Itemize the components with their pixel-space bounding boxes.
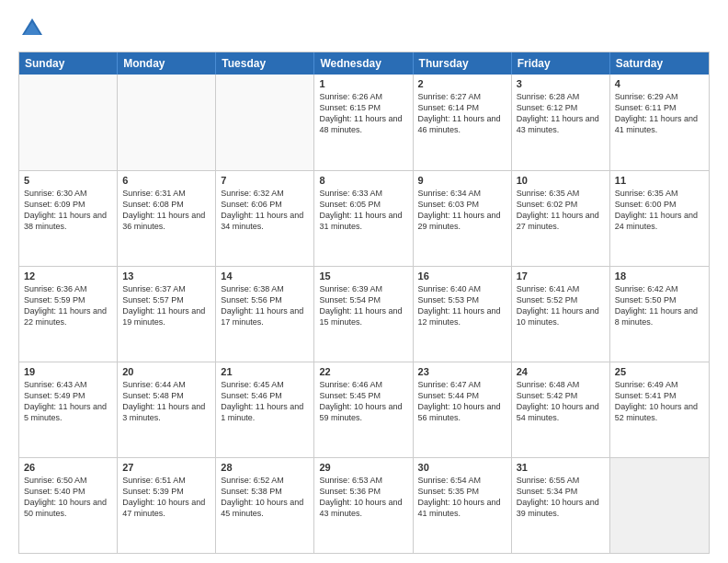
day-cell-6: 6Sunrise: 6:31 AM Sunset: 6:08 PM Daylig… (118, 171, 216, 266)
day-number: 10 (517, 175, 605, 186)
day-info: Sunrise: 6:40 AM Sunset: 5:53 PM Dayligh… (418, 283, 506, 328)
day-cell-23: 23Sunrise: 6:47 AM Sunset: 5:44 PM Dayli… (414, 362, 512, 457)
calendar: SundayMondayTuesdayWednesdayThursdayFrid… (18, 52, 710, 554)
day-cell-4: 4Sunrise: 6:29 AM Sunset: 6:11 PM Daylig… (610, 75, 709, 170)
day-cell-3: 3Sunrise: 6:28 AM Sunset: 6:12 PM Daylig… (512, 75, 610, 170)
day-info: Sunrise: 6:26 AM Sunset: 6:15 PM Dayligh… (319, 91, 407, 136)
day-number: 4 (615, 78, 704, 89)
day-number: 28 (221, 462, 309, 473)
day-cell-21: 21Sunrise: 6:45 AM Sunset: 5:46 PM Dayli… (216, 362, 314, 457)
day-cell-28: 28Sunrise: 6:52 AM Sunset: 5:38 PM Dayli… (216, 458, 314, 553)
day-number: 15 (319, 270, 407, 282)
day-info: Sunrise: 6:33 AM Sunset: 6:05 PM Dayligh… (319, 188, 407, 233)
day-cell-30: 30Sunrise: 6:54 AM Sunset: 5:35 PM Dayli… (414, 458, 512, 553)
logo (18, 15, 50, 42)
week-row-2: 5Sunrise: 6:30 AM Sunset: 6:09 PM Daylig… (19, 170, 709, 266)
day-number: 27 (122, 462, 210, 473)
day-number: 26 (24, 462, 112, 473)
day-number: 6 (122, 175, 210, 186)
day-cell-8: 8Sunrise: 6:33 AM Sunset: 6:05 PM Daylig… (314, 171, 413, 266)
day-info: Sunrise: 6:32 AM Sunset: 6:06 PM Dayligh… (221, 188, 309, 233)
day-number: 12 (24, 270, 112, 282)
day-number: 17 (517, 270, 605, 282)
day-cell-1: 1Sunrise: 6:26 AM Sunset: 6:15 PM Daylig… (314, 75, 413, 170)
day-cell-24: 24Sunrise: 6:48 AM Sunset: 5:42 PM Dayli… (512, 362, 610, 457)
day-info: Sunrise: 6:44 AM Sunset: 5:48 PM Dayligh… (122, 379, 210, 424)
day-info: Sunrise: 6:29 AM Sunset: 6:11 PM Dayligh… (615, 91, 704, 136)
day-info: Sunrise: 6:36 AM Sunset: 5:59 PM Dayligh… (24, 283, 112, 328)
empty-cell (610, 458, 709, 553)
day-info: Sunrise: 6:27 AM Sunset: 6:14 PM Dayligh… (418, 91, 506, 136)
day-cell-15: 15Sunrise: 6:39 AM Sunset: 5:54 PM Dayli… (314, 267, 413, 362)
logo-icon (18, 15, 46, 42)
day-info: Sunrise: 6:41 AM Sunset: 5:52 PM Dayligh… (517, 283, 605, 328)
day-info: Sunrise: 6:30 AM Sunset: 6:09 PM Dayligh… (24, 188, 112, 233)
day-number: 19 (24, 366, 112, 377)
day-number: 13 (122, 270, 210, 282)
week-row-1: 1Sunrise: 6:26 AM Sunset: 6:15 PM Daylig… (19, 75, 709, 170)
day-cell-5: 5Sunrise: 6:30 AM Sunset: 6:09 PM Daylig… (19, 171, 118, 266)
day-cell-18: 18Sunrise: 6:42 AM Sunset: 5:50 PM Dayli… (610, 267, 709, 362)
day-cell-29: 29Sunrise: 6:53 AM Sunset: 5:36 PM Dayli… (314, 458, 413, 553)
day-info: Sunrise: 6:39 AM Sunset: 5:54 PM Dayligh… (319, 283, 407, 328)
day-cell-31: 31Sunrise: 6:55 AM Sunset: 5:34 PM Dayli… (512, 458, 610, 553)
day-cell-14: 14Sunrise: 6:38 AM Sunset: 5:56 PM Dayli… (216, 267, 314, 362)
empty-cell (19, 75, 118, 170)
day-cell-9: 9Sunrise: 6:34 AM Sunset: 6:03 PM Daylig… (414, 171, 512, 266)
week-row-3: 12Sunrise: 6:36 AM Sunset: 5:59 PM Dayli… (19, 266, 709, 362)
week-row-4: 19Sunrise: 6:43 AM Sunset: 5:49 PM Dayli… (19, 362, 709, 457)
day-info: Sunrise: 6:45 AM Sunset: 5:46 PM Dayligh… (221, 379, 309, 424)
day-info: Sunrise: 6:43 AM Sunset: 5:49 PM Dayligh… (24, 379, 112, 424)
day-info: Sunrise: 6:34 AM Sunset: 6:03 PM Dayligh… (418, 188, 506, 233)
day-info: Sunrise: 6:35 AM Sunset: 6:00 PM Dayligh… (615, 188, 704, 233)
day-cell-13: 13Sunrise: 6:37 AM Sunset: 5:57 PM Dayli… (118, 267, 216, 362)
day-info: Sunrise: 6:49 AM Sunset: 5:41 PM Dayligh… (615, 379, 704, 424)
day-cell-10: 10Sunrise: 6:35 AM Sunset: 6:02 PM Dayli… (512, 171, 610, 266)
col-header-saturday: Saturday (610, 52, 709, 75)
day-number: 31 (517, 462, 605, 473)
day-cell-19: 19Sunrise: 6:43 AM Sunset: 5:49 PM Dayli… (19, 362, 118, 457)
day-cell-25: 25Sunrise: 6:49 AM Sunset: 5:41 PM Dayli… (610, 362, 709, 457)
day-info: Sunrise: 6:53 AM Sunset: 5:36 PM Dayligh… (319, 475, 407, 520)
col-header-monday: Monday (118, 52, 216, 75)
day-info: Sunrise: 6:47 AM Sunset: 5:44 PM Dayligh… (418, 379, 506, 424)
day-number: 23 (418, 366, 506, 377)
day-info: Sunrise: 6:52 AM Sunset: 5:38 PM Dayligh… (221, 475, 309, 520)
calendar-header: SundayMondayTuesdayWednesdayThursdayFrid… (19, 52, 709, 75)
day-cell-22: 22Sunrise: 6:46 AM Sunset: 5:45 PM Dayli… (314, 362, 413, 457)
day-info: Sunrise: 6:50 AM Sunset: 5:40 PM Dayligh… (24, 475, 112, 520)
day-cell-7: 7Sunrise: 6:32 AM Sunset: 6:06 PM Daylig… (216, 171, 314, 266)
col-header-friday: Friday (512, 52, 610, 75)
calendar-body: 1Sunrise: 6:26 AM Sunset: 6:15 PM Daylig… (19, 75, 709, 553)
col-header-sunday: Sunday (19, 52, 118, 75)
day-info: Sunrise: 6:42 AM Sunset: 5:50 PM Dayligh… (615, 283, 704, 328)
day-number: 20 (122, 366, 210, 377)
day-number: 18 (615, 270, 704, 282)
day-number: 16 (418, 270, 506, 282)
day-number: 11 (615, 175, 704, 186)
day-number: 14 (221, 270, 309, 282)
day-cell-17: 17Sunrise: 6:41 AM Sunset: 5:52 PM Dayli… (512, 267, 610, 362)
day-cell-16: 16Sunrise: 6:40 AM Sunset: 5:53 PM Dayli… (414, 267, 512, 362)
day-number: 8 (319, 175, 407, 186)
empty-cell (118, 75, 216, 170)
day-info: Sunrise: 6:38 AM Sunset: 5:56 PM Dayligh… (221, 283, 309, 328)
week-row-5: 26Sunrise: 6:50 AM Sunset: 5:40 PM Dayli… (19, 457, 709, 553)
day-number: 22 (319, 366, 407, 377)
day-info: Sunrise: 6:31 AM Sunset: 6:08 PM Dayligh… (122, 188, 210, 233)
day-number: 30 (418, 462, 506, 473)
day-info: Sunrise: 6:46 AM Sunset: 5:45 PM Dayligh… (319, 379, 407, 424)
day-number: 3 (517, 78, 605, 89)
day-number: 25 (615, 366, 704, 377)
day-number: 9 (418, 175, 506, 186)
day-cell-2: 2Sunrise: 6:27 AM Sunset: 6:14 PM Daylig… (414, 75, 512, 170)
day-number: 1 (319, 78, 407, 89)
day-info: Sunrise: 6:37 AM Sunset: 5:57 PM Dayligh… (122, 283, 210, 328)
day-info: Sunrise: 6:48 AM Sunset: 5:42 PM Dayligh… (517, 379, 605, 424)
page: SundayMondayTuesdayWednesdayThursdayFrid… (0, 0, 728, 563)
day-number: 21 (221, 366, 309, 377)
day-cell-11: 11Sunrise: 6:35 AM Sunset: 6:00 PM Dayli… (610, 171, 709, 266)
day-cell-27: 27Sunrise: 6:51 AM Sunset: 5:39 PM Dayli… (118, 458, 216, 553)
day-number: 24 (517, 366, 605, 377)
day-number: 29 (319, 462, 407, 473)
